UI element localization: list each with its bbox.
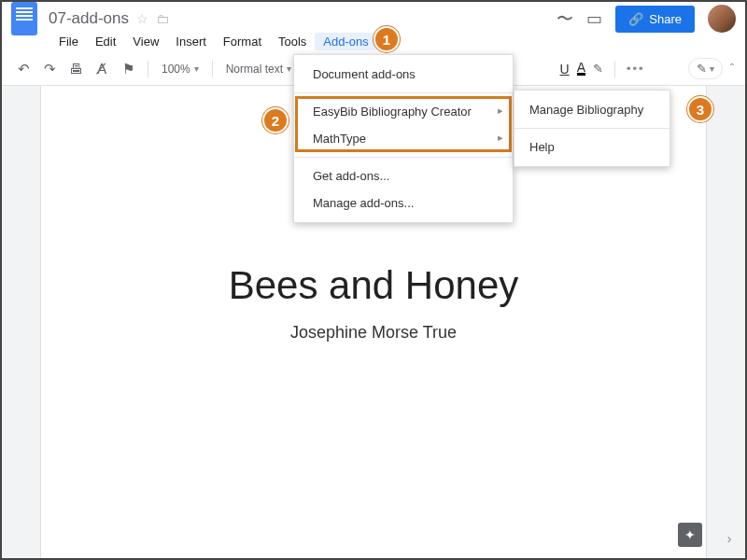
docs-logo-icon[interactable]	[11, 2, 37, 35]
menu-insert[interactable]: Insert	[167, 33, 215, 50]
star-icon[interactable]: ☆	[136, 11, 148, 26]
chevron-down-icon: ▾	[710, 63, 714, 74]
easybib-submenu: Manage Bibliography Help	[514, 90, 670, 167]
highlight-button[interactable]: ✎	[593, 62, 603, 76]
text-color-button[interactable]: A	[577, 62, 585, 76]
menu-format[interactable]: Format	[215, 33, 270, 50]
menu-document-addons[interactable]: Document add-ons	[294, 61, 513, 88]
document-heading[interactable]: Bees and Honey	[41, 263, 706, 308]
more-toolbar-button[interactable]: •••	[627, 62, 645, 76]
redo-button[interactable]: ↷	[39, 59, 60, 79]
activity-icon[interactable]: 〜	[557, 7, 573, 30]
menu-get-addons[interactable]: Get add-ons...	[294, 162, 513, 189]
paint-format-button[interactable]: ⚑	[118, 59, 138, 79]
menu-file[interactable]: File	[50, 33, 87, 50]
menu-edit[interactable]: Edit	[87, 33, 124, 50]
account-avatar[interactable]	[708, 5, 736, 33]
underline-button[interactable]: U	[560, 62, 570, 77]
collapse-toolbar-button[interactable]: ˆ	[730, 62, 734, 76]
scroll-right-button[interactable]: ›	[721, 530, 738, 547]
share-button[interactable]: 🔗 Share	[615, 6, 695, 33]
explore-button[interactable]: ✦	[678, 523, 702, 547]
submenu-manage-bibliography[interactable]: Manage Bibliography	[514, 96, 669, 123]
print-button[interactable]: 🖶	[65, 59, 86, 79]
share-label: Share	[649, 12, 682, 26]
comments-icon[interactable]: ▭	[586, 8, 602, 29]
undo-button[interactable]: ↶	[13, 59, 34, 79]
title-bar: 07-add-ons ☆ 🗀 〜 ▭ 🔗 Share	[2, 2, 745, 30]
editing-mode-button[interactable]: ✎▾	[688, 58, 723, 79]
chevron-down-icon: ▾	[287, 63, 291, 74]
folder-icon[interactable]: 🗀	[156, 11, 169, 26]
addons-dropdown: Document add-ons EasyBib Bibliography Cr…	[293, 54, 514, 223]
document-subtitle[interactable]: Josephine Morse True	[41, 323, 706, 343]
share-icon: 🔗	[628, 12, 643, 26]
callout-2: 2	[262, 107, 289, 133]
callout-3: 3	[687, 96, 713, 122]
chevron-down-icon: ▾	[194, 63, 199, 74]
zoom-select[interactable]: 100%▾	[158, 63, 203, 76]
title-icons: ☆ 🗀	[136, 11, 169, 26]
submenu-help[interactable]: Help	[514, 133, 669, 161]
menu-manage-addons[interactable]: Manage add-ons...	[294, 189, 513, 217]
pencil-icon: ✎	[697, 62, 707, 76]
paragraph-style-select[interactable]: Normal text▾	[222, 63, 295, 76]
menu-add-ons[interactable]: Add-ons	[315, 33, 376, 50]
spellcheck-button[interactable]: A̸	[92, 59, 112, 79]
menu-mathtype[interactable]: MathType	[294, 125, 513, 152]
document-title[interactable]: 07-add-ons	[49, 9, 129, 28]
menu-easybib[interactable]: EasyBib Bibliography Creator	[294, 98, 513, 125]
menu-view[interactable]: View	[124, 33, 167, 50]
callout-1: 1	[374, 26, 400, 52]
menu-tools[interactable]: Tools	[270, 33, 315, 50]
